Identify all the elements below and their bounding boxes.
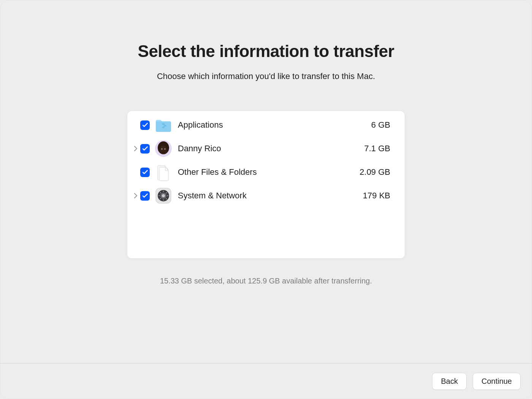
checkmark-icon [142,169,148,175]
item-label: System & Network [178,191,345,201]
disclosure-toggle[interactable] [131,192,140,199]
status-text: 15.33 GB selected, about 125.9 GB availa… [160,277,372,285]
checkbox-applications[interactable] [140,120,150,130]
page-subtitle: Choose which information you'd like to t… [157,71,375,81]
item-size: 7.1 GB [345,144,390,154]
list-item[interactable]: Applications 6 GB [127,113,405,137]
list-item[interactable]: System & Network 179 KB [127,184,405,207]
checkbox-system-network[interactable] [140,191,150,201]
checkmark-icon [142,146,148,152]
disclosure-toggle[interactable] [131,145,140,152]
back-button[interactable]: Back [432,373,466,390]
item-label: Other Files & Folders [178,167,345,177]
content-area: Select the information to transfer Choos… [0,0,532,363]
list-item[interactable]: Danny Rico 7.1 GB [127,137,405,160]
checkmark-icon [142,122,148,128]
checkbox-other-files[interactable] [140,168,150,177]
system-settings-icon [154,187,173,205]
checkmark-icon [142,193,148,199]
continue-button[interactable]: Continue [473,373,521,390]
migration-assistant-window: Select the information to transfer Choos… [0,0,532,399]
item-size: 179 KB [345,191,390,201]
item-size: 2.09 GB [345,167,390,177]
apps-folder-icon [154,116,173,134]
svg-point-5 [162,149,162,149]
transfer-items-panel: Applications 6 GB [127,111,405,258]
svg-point-11 [162,194,165,197]
page-title: Select the information to transfer [138,42,394,61]
item-label: Applications [178,120,345,130]
item-label: Danny Rico [178,144,345,154]
chevron-right-icon [133,192,138,199]
generic-file-icon [154,163,173,181]
list-item[interactable]: Other Files & Folders 2.09 GB [127,160,405,184]
item-size: 6 GB [345,120,390,130]
checkbox-user[interactable] [140,144,150,154]
chevron-right-icon [133,145,138,152]
footer-bar: Back Continue [0,363,532,399]
user-avatar-icon [154,139,173,158]
svg-point-6 [165,149,165,149]
